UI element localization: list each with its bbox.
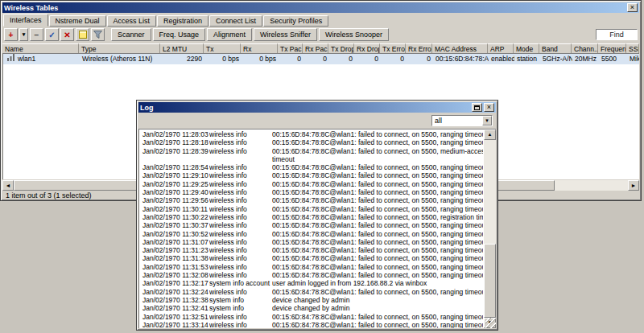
cell-rx-drops: 0 bbox=[355, 54, 381, 64]
log-row[interactable]: Jan/02/1970 11:29:10 wireless info 00:15… bbox=[140, 171, 483, 179]
log-row[interactable]: Jan/02/1970 11:32:08 wireless info 00:15… bbox=[140, 271, 483, 279]
log-time: Jan/02/1970 11:31:07 bbox=[140, 238, 209, 246]
wireless-snooper-button[interactable]: Wireless Snooper bbox=[319, 28, 389, 41]
log-message: 00:15:6D:84:78:8C@wlan1: failed to conne… bbox=[272, 188, 483, 196]
column-header-tx-errors[interactable]: Tx Errors bbox=[380, 43, 406, 53]
tab-registration[interactable]: Registration bbox=[157, 15, 208, 27]
column-header-rx-drops[interactable]: Rx Drops bbox=[354, 43, 380, 53]
log-row[interactable]: Jan/02/1970 11:28:03 wireless info 00:15… bbox=[140, 130, 483, 138]
tab-nstreme-dual[interactable]: Nstreme Dual bbox=[49, 15, 106, 27]
find-input[interactable]: Find bbox=[596, 29, 638, 40]
log-time: Jan/02/1970 11:30:52 bbox=[140, 230, 209, 238]
scroll-right-button[interactable]: ► bbox=[628, 180, 639, 191]
log-row[interactable]: Jan/02/1970 11:29:40 wireless info 00:15… bbox=[140, 188, 483, 196]
log-message: 00:15:6D:84:78:8C@wlan1: failed to conne… bbox=[272, 138, 483, 146]
log-list-area: Jan/02/1970 11:28:03 wireless info 00:15… bbox=[138, 129, 496, 328]
column-header-tx[interactable]: Tx bbox=[204, 43, 241, 53]
add-dropdown-button[interactable]: ▾ bbox=[19, 28, 28, 41]
table-row-wlan1[interactable]: wlan1 Wireless (Atheros 11N) 2290 0 bps … bbox=[3, 54, 639, 64]
log-message: 00:15:6D:84:78:8C@wlan1: failed to conne… bbox=[272, 271, 483, 279]
column-header-mode[interactable]: Mode bbox=[514, 43, 539, 53]
log-row[interactable]: Jan/02/1970 11:30:22 wireless info 00:15… bbox=[140, 213, 483, 221]
disable-button[interactable]: ✕ bbox=[60, 28, 74, 41]
log-row[interactable]: Jan/02/1970 11:32:24 wireless info 00:15… bbox=[140, 288, 483, 296]
log-topics: wireless info bbox=[209, 246, 272, 254]
log-row[interactable]: Jan/02/1970 11:29:25 wireless info 00:15… bbox=[140, 180, 483, 188]
log-row[interactable]: Jan/02/1970 11:29:56 wireless info 00:15… bbox=[140, 196, 483, 204]
add-button[interactable]: + bbox=[4, 28, 18, 41]
interface-name: wlan1 bbox=[18, 55, 35, 63]
column-header-tx-packet[interactable]: Tx Pac... bbox=[278, 43, 303, 53]
log-row[interactable]: Jan/02/1970 11:32:38 system info device … bbox=[140, 296, 483, 304]
log-row[interactable]: Jan/02/1970 11:28:39 wireless info 00:15… bbox=[140, 147, 483, 155]
log-row[interactable]: Jan/02/1970 11:28:54 wireless info 00:15… bbox=[140, 163, 483, 171]
log-topics: system info bbox=[209, 304, 272, 312]
column-header-channel[interactable]: Chann... bbox=[572, 43, 598, 53]
column-header-band[interactable]: Band bbox=[539, 43, 572, 53]
column-header-mac-address[interactable]: MAC Address bbox=[432, 43, 488, 53]
chevron-down-icon[interactable]: ▼ bbox=[482, 116, 492, 125]
log-message: 00:15:6D:84:78:8C@wlan1: failed to conne… bbox=[272, 221, 483, 229]
comment-button[interactable] bbox=[76, 28, 89, 41]
scanner-button[interactable]: Scanner bbox=[111, 28, 151, 41]
enable-button[interactable]: ✓ bbox=[45, 28, 59, 41]
log-row[interactable]: timeout bbox=[140, 155, 483, 163]
column-header-rx-errors[interactable]: Rx Errors bbox=[406, 43, 432, 53]
log-message: 00:15:6D:84:78:8C@wlan1: failed to conne… bbox=[272, 163, 483, 171]
column-header-frequency[interactable]: Frequen... bbox=[598, 43, 626, 53]
column-header-rx-packet[interactable]: Rx Pac... bbox=[303, 43, 328, 53]
wireless-sniffer-button[interactable]: Wireless Sniffer bbox=[254, 28, 317, 41]
resize-grip[interactable] bbox=[485, 318, 496, 328]
log-topics: wireless info bbox=[209, 205, 272, 213]
scroll-left-button[interactable]: ◄ bbox=[2, 180, 14, 191]
log-topics: wireless info bbox=[209, 230, 272, 238]
tab-interfaces[interactable]: Interfaces bbox=[3, 14, 48, 27]
log-row[interactable]: Jan/02/1970 11:32:17 system info account… bbox=[140, 279, 483, 287]
log-row[interactable]: Jan/02/1970 11:33:14 wireless info 00:15… bbox=[140, 321, 483, 328]
column-header-name[interactable]: Name bbox=[2, 43, 79, 53]
column-header-ssid[interactable]: SSI... bbox=[626, 43, 639, 53]
cell-ssid: MikroTi bbox=[627, 54, 639, 64]
comment-icon bbox=[79, 31, 87, 39]
tab-access-list[interactable]: Access List bbox=[107, 15, 157, 27]
vertical-scrollbar-thumb[interactable] bbox=[484, 244, 496, 318]
log-row[interactable]: Jan/02/1970 11:31:53 wireless info 00:15… bbox=[140, 263, 483, 271]
log-row[interactable]: Jan/02/1970 11:31:07 wireless info 00:15… bbox=[140, 238, 483, 246]
column-header-tx-drops[interactable]: Tx Drops bbox=[328, 43, 354, 53]
filter-button[interactable] bbox=[91, 28, 105, 41]
cell-type: Wireless (Atheros 11N) bbox=[80, 54, 161, 64]
wireless-tables-titlebar[interactable]: Wireless Tables × bbox=[2, 2, 639, 13]
log-close-button[interactable]: × bbox=[484, 103, 494, 112]
log-time: Jan/02/1970 11:30:22 bbox=[140, 213, 209, 221]
log-row[interactable]: Jan/02/1970 11:31:23 wireless info 00:15… bbox=[140, 246, 483, 254]
log-list[interactable]: Jan/02/1970 11:28:03 wireless info 00:15… bbox=[140, 130, 483, 328]
maximize-button[interactable] bbox=[472, 103, 482, 112]
cell-rx-packet: 0 bbox=[303, 54, 329, 64]
alignment-button[interactable]: Alignment bbox=[207, 28, 252, 41]
log-row[interactable]: Jan/02/1970 11:28:18 wireless info 00:15… bbox=[140, 138, 483, 146]
column-header-rx[interactable]: Rx bbox=[241, 43, 278, 53]
close-button[interactable]: × bbox=[627, 3, 638, 12]
log-filter-select[interactable]: all ▼ bbox=[431, 115, 493, 126]
log-row[interactable]: Jan/02/1970 11:30:37 wireless info 00:15… bbox=[140, 221, 483, 229]
log-row[interactable]: Jan/02/1970 11:32:51 wireless info 00:15… bbox=[140, 313, 483, 321]
log-titlebar[interactable]: Log × bbox=[138, 102, 496, 113]
column-header-type[interactable]: Type bbox=[79, 43, 160, 53]
column-header-l2mtu[interactable]: L2 MTU bbox=[160, 43, 204, 53]
log-topics: wireless info bbox=[209, 238, 272, 246]
remove-button[interactable]: − bbox=[30, 28, 43, 41]
log-topics: wireless info bbox=[209, 271, 272, 279]
log-row[interactable]: Jan/02/1970 11:30:11 wireless info 00:15… bbox=[140, 205, 483, 213]
vertical-scrollbar[interactable]: ▲ ▼ bbox=[484, 130, 496, 328]
log-row[interactable]: Jan/02/1970 11:30:52 wireless info 00:15… bbox=[140, 230, 483, 238]
freq-usage-button[interactable]: Freq. Usage bbox=[153, 28, 206, 41]
log-row[interactable]: Jan/02/1970 11:31:38 wireless info 00:15… bbox=[140, 254, 483, 262]
tab-security-profiles[interactable]: Security Profiles bbox=[263, 15, 328, 27]
log-row[interactable]: Jan/02/1970 11:32:41 system info device … bbox=[140, 304, 483, 312]
cell-rx: 0 bps bbox=[242, 54, 279, 64]
tab-connect-list[interactable]: Connect List bbox=[209, 15, 262, 27]
scroll-up-button[interactable]: ▲ bbox=[484, 130, 496, 140]
column-header-arp[interactable]: ARP bbox=[488, 43, 514, 53]
cell-tx-errors: 0 bbox=[381, 54, 407, 64]
log-message: 00:15:6D:84:78:8C@wlan1: failed to conne… bbox=[272, 196, 483, 204]
